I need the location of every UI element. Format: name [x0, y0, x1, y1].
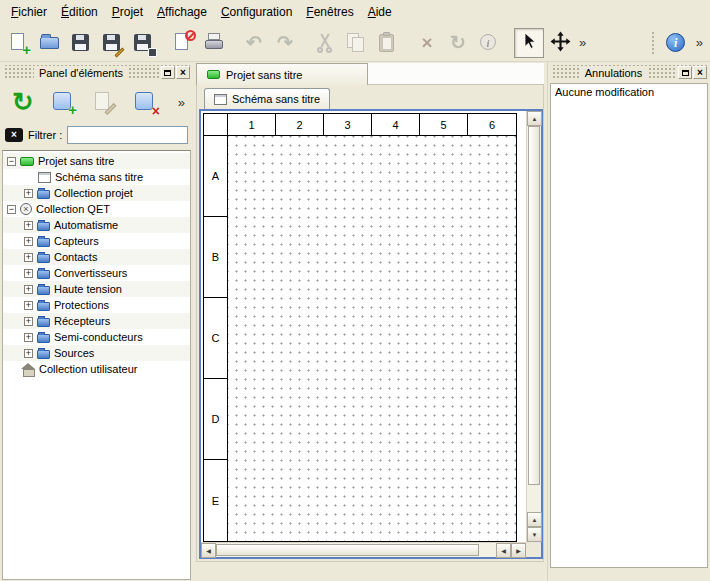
- save-all-icon: [132, 32, 154, 54]
- dock-float-button[interactable]: [678, 66, 692, 79]
- tab-projet-sans-titre[interactable]: Projet sans titre: [196, 63, 368, 85]
- tree-item-semi-conducteurs[interactable]: + Semi-conducteurs: [3, 329, 190, 345]
- tree-item-collection-qet[interactable]: − × Collection QET: [3, 201, 190, 217]
- select-tool-button[interactable]: [514, 28, 544, 58]
- undo-dock-titlebar[interactable]: Annulations ×: [551, 65, 707, 80]
- tree-item-contacts[interactable]: + Contacts: [3, 249, 190, 265]
- tree-item-schema-sans-titre[interactable]: Schéma sans titre: [3, 169, 190, 185]
- save-as-button[interactable]: [97, 28, 127, 58]
- scroll-up-button-2[interactable]: ▲: [527, 512, 542, 527]
- row-header: B: [204, 217, 227, 298]
- horizontal-scroll-track[interactable]: [216, 543, 496, 557]
- expand-icon[interactable]: +: [24, 333, 33, 342]
- tree-item-sources[interactable]: + Sources: [3, 345, 190, 361]
- reload-collections-button[interactable]: ↻: [6, 85, 40, 119]
- scroll-right-button[interactable]: ▶: [511, 543, 526, 558]
- mdi-area: Projet sans titre Schéma sans titre: [193, 62, 547, 581]
- save-button[interactable]: [66, 28, 96, 58]
- help-toolbar-overflow-button[interactable]: »: [693, 35, 706, 50]
- cut-button[interactable]: [310, 28, 340, 58]
- toolbar-handle[interactable]: [651, 31, 656, 55]
- tree-item-haute-tension[interactable]: + Haute tension: [3, 281, 190, 297]
- dock-close-button[interactable]: ×: [693, 66, 707, 79]
- menu-edition[interactable]: Édition: [54, 1, 105, 23]
- menu-fenetres[interactable]: Fenêtres: [299, 1, 360, 23]
- collapse-icon[interactable]: −: [7, 157, 16, 166]
- undo-button[interactable]: ↶: [239, 28, 269, 58]
- edit-element-button[interactable]: [88, 85, 122, 119]
- elements-tree[interactable]: − Projet sans titre Schéma sans titre + …: [2, 150, 191, 580]
- schema-icon: [38, 172, 51, 183]
- expand-icon[interactable]: +: [24, 317, 33, 326]
- clear-filter-button[interactable]: ×: [5, 128, 23, 142]
- tree-item-collection-projet[interactable]: + Collection projet: [3, 185, 190, 201]
- collapse-icon[interactable]: −: [7, 205, 16, 214]
- panel-toolbar-overflow-button[interactable]: »: [176, 95, 187, 110]
- clear-filter-icon: ×: [11, 130, 17, 140]
- dock-close-button[interactable]: ×: [176, 66, 190, 79]
- row-ruler: A B C D E: [204, 136, 228, 541]
- expand-icon[interactable]: +: [24, 301, 33, 310]
- delete-icon: ×: [421, 33, 432, 52]
- paste-button[interactable]: [372, 28, 402, 58]
- scroll-left-button-2[interactable]: ◀: [496, 543, 511, 558]
- redo-icon: ↷: [277, 33, 293, 52]
- menu-fichier[interactable]: Fichier: [4, 1, 54, 23]
- new-document-button[interactable]: +: [4, 28, 34, 58]
- print-button[interactable]: [199, 28, 229, 58]
- vertical-scrollbar[interactable]: ▲ ▲ ▼: [526, 111, 541, 542]
- copy-button[interactable]: [341, 28, 371, 58]
- expand-icon[interactable]: +: [24, 237, 33, 246]
- tree-item-label: Protections: [54, 299, 109, 311]
- expand-icon[interactable]: +: [24, 269, 33, 278]
- vertical-scroll-thumb[interactable]: [528, 126, 540, 485]
- element-info-button[interactable]: i: [474, 28, 504, 58]
- tree-item-automatisme[interactable]: + Automatisme: [3, 217, 190, 233]
- vertical-scroll-track[interactable]: [527, 126, 541, 512]
- help-toolbar: i »: [648, 28, 706, 58]
- undo-list[interactable]: Aucune modification: [550, 83, 708, 568]
- filter-input[interactable]: [67, 126, 188, 144]
- save-all-button[interactable]: [128, 28, 158, 58]
- diagram-canvas[interactable]: 1 2 3 4 5 6 A B C: [201, 111, 526, 542]
- tree-item-capteurs[interactable]: + Capteurs: [3, 233, 190, 249]
- dock-float-button[interactable]: [161, 66, 175, 79]
- delete-element-button[interactable]: ×: [129, 85, 163, 119]
- expand-icon[interactable]: +: [24, 221, 33, 230]
- project-window: Schéma sans titre 1 2 3 4 5: [196, 85, 544, 562]
- dot-grid-area[interactable]: [228, 136, 516, 541]
- scroll-down-button[interactable]: ▼: [527, 527, 542, 542]
- tree-item-label: Haute tension: [54, 283, 122, 295]
- arrow-down-icon: ▼: [532, 532, 538, 538]
- pan-tool-button[interactable]: [545, 28, 575, 58]
- expand-icon[interactable]: +: [24, 285, 33, 294]
- rotate-button[interactable]: ↻: [443, 28, 473, 58]
- redo-button[interactable]: ↷: [270, 28, 300, 58]
- new-element-button[interactable]: +: [47, 85, 81, 119]
- about-button[interactable]: i: [661, 28, 691, 58]
- tree-item-convertisseurs[interactable]: + Convertisseurs: [3, 265, 190, 281]
- expand-icon[interactable]: +: [24, 189, 33, 198]
- tree-item-protections[interactable]: + Protections: [3, 297, 190, 313]
- expand-icon[interactable]: +: [24, 253, 33, 262]
- menu-affichage[interactable]: Affichage: [150, 1, 214, 23]
- tab-schema-sans-titre[interactable]: Schéma sans titre: [204, 88, 330, 109]
- menu-aide[interactable]: Aide: [361, 1, 399, 23]
- toolbar-overflow-button[interactable]: »: [576, 35, 589, 50]
- delete-button[interactable]: ×: [412, 28, 442, 58]
- scroll-up-button[interactable]: ▲: [527, 111, 542, 126]
- tree-item-recepteurs[interactable]: + Récepteurs: [3, 313, 190, 329]
- scroll-left-button[interactable]: ◀: [201, 543, 216, 558]
- menu-configuration[interactable]: Configuration: [214, 1, 299, 23]
- open-project-button[interactable]: [35, 28, 65, 58]
- horizontal-scroll-thumb[interactable]: [216, 544, 479, 556]
- expand-icon[interactable]: +: [24, 349, 33, 358]
- horizontal-scrollbar[interactable]: ◀ ◀ ▶: [201, 542, 526, 557]
- tree-item-projet-sans-titre[interactable]: − Projet sans titre: [3, 153, 190, 169]
- tree-item-collection-utilisateur[interactable]: Collection utilisateur: [3, 361, 190, 377]
- diagram-view[interactable]: 1 2 3 4 5 6 A B C: [199, 109, 543, 559]
- folder-icon: [37, 334, 50, 343]
- elements-panel-titlebar[interactable]: Panel d'éléments ×: [3, 65, 190, 80]
- close-document-button[interactable]: [168, 28, 198, 58]
- menu-projet[interactable]: Projet: [105, 1, 150, 23]
